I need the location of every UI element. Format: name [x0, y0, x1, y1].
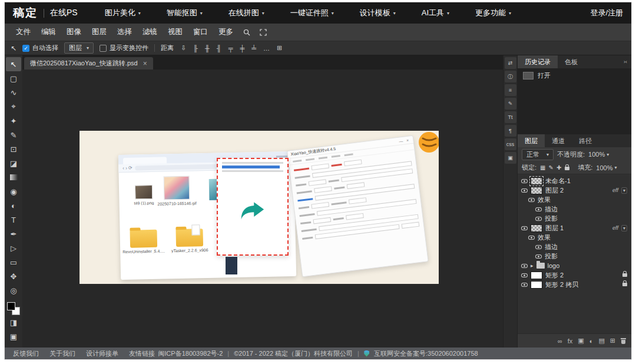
auto-select-checkbox[interactable]: ✓ 自动选择 [22, 44, 58, 52]
checkbox-checked-icon[interactable]: ✓ [22, 45, 29, 52]
document-tab[interactable]: 微信20250817XiaoYao_快速跳转.psd × [24, 57, 153, 70]
tab-close-icon[interactable]: × [143, 59, 147, 68]
dodge-tool[interactable]: ◐ [6, 198, 21, 213]
layer-row[interactable]: 投影 [518, 214, 631, 223]
fill-value[interactable]: 100% ▾ [596, 164, 617, 171]
align-bottom-icon[interactable]: ╧ [250, 45, 257, 52]
visibility-eye-icon[interactable] [528, 198, 535, 202]
layer-row[interactable]: 效果 [518, 195, 631, 204]
adjustment-layer-icon[interactable]: ◐ [589, 337, 594, 345]
align-left-icon[interactable]: ╟ [192, 45, 199, 52]
effects-caret-icon[interactable]: ▾ [621, 187, 627, 194]
artboard-image[interactable]: ‹ › ⟳ t49 (1).png 20250710-165146.gif [80, 131, 439, 284]
lock-paint-icon[interactable]: ✎ [549, 164, 554, 171]
show-transform-checkbox[interactable]: 显示变换控件 [100, 44, 148, 52]
tab-history[interactable]: 历史记录 [518, 55, 558, 68]
topnav-menu-3[interactable]: 在线拼图▾ [228, 8, 264, 18]
visibility-eye-icon[interactable] [521, 226, 528, 230]
distribute-icon[interactable]: ⇩ [180, 44, 187, 52]
footer-link-2[interactable]: 关于我们 [49, 349, 75, 358]
stamp-tool[interactable]: ⊡ [6, 142, 21, 156]
menu-item-8[interactable]: 窗口 [188, 27, 213, 37]
opacity-value[interactable]: 100% ▾ [588, 151, 609, 158]
magic-wand-tool[interactable]: ✦ [6, 114, 21, 128]
tab-paths[interactable]: 路径 [572, 134, 599, 147]
histogram-panel-icon[interactable]: ≡ [505, 84, 516, 96]
align-center-h-icon[interactable]: ╫ [204, 45, 211, 52]
brush-panel-icon[interactable]: ✎ [505, 98, 516, 110]
layer-row[interactable]: 未命名-1 [518, 176, 631, 186]
menu-item-1[interactable]: 文件 [11, 27, 36, 37]
zoom-tool[interactable]: ◎ [6, 283, 21, 297]
screen-mode-tool[interactable]: ▣ [6, 329, 21, 343]
grid-icon[interactable]: ⊞ [276, 44, 283, 52]
layer-row[interactable]: ▸logo [518, 261, 631, 270]
brush-tool[interactable]: ✎ [6, 128, 21, 142]
visibility-eye-icon[interactable] [521, 264, 528, 268]
layer-row[interactable]: 图层 2eff▾ [518, 186, 631, 195]
layer-row[interactable]: 效果 [518, 233, 631, 242]
lock-all-icon[interactable] [565, 167, 569, 170]
layer-row[interactable]: 描边 [518, 204, 631, 214]
visibility-eye-icon[interactable] [535, 254, 542, 259]
panel-collapse-icon[interactable]: ›‹ [620, 55, 631, 68]
lock-position-icon[interactable]: ✚ [556, 164, 561, 171]
visibility-eye-icon[interactable] [535, 245, 542, 249]
topnav-menu-2[interactable]: 智能抠图▾ [167, 8, 203, 18]
topnav-menu-7[interactable]: 更多功能▾ [475, 8, 511, 18]
lasso-tool[interactable]: ∿ [6, 85, 21, 100]
tab-channels[interactable]: 通道 [545, 134, 572, 147]
layer-row[interactable]: 投影 [518, 252, 631, 261]
tab-layers[interactable]: 图层 [518, 134, 545, 147]
marquee-tool[interactable]: ▢ [6, 71, 21, 85]
layer-group-icon[interactable]: ▤ [598, 337, 604, 345]
text-tool[interactable]: T [6, 213, 21, 227]
color-swatches[interactable] [7, 302, 20, 315]
checkbox-empty-icon[interactable] [100, 45, 107, 52]
move-tool[interactable]: ↖ [6, 57, 21, 71]
footer-link-1[interactable]: 反馈我们 [13, 349, 39, 358]
eraser-tool[interactable]: ◪ [6, 156, 21, 170]
visibility-eye-icon[interactable] [535, 217, 542, 221]
layer-row[interactable]: 图层 1eff▾ [518, 223, 631, 233]
info-panel-icon[interactable]: ⓘ [505, 71, 516, 82]
link-layers-icon[interactable]: ∞ [558, 337, 562, 345]
topnav-menu-1[interactable]: 图片美化▾ [105, 8, 141, 18]
align-right-icon[interactable]: ╢ [216, 45, 223, 52]
layer-mask-icon[interactable]: ▣ [578, 337, 584, 345]
topnav-menu-4[interactable]: 一键证件照▾ [290, 8, 334, 18]
lock-transparent-icon[interactable]: ▦ [540, 164, 545, 171]
layer-row[interactable]: 矩形 2 [518, 270, 631, 280]
blend-mode-select[interactable]: 正常 ▾ [522, 149, 554, 160]
layer-row[interactable]: 描边 [518, 242, 631, 252]
menu-item-7[interactable]: 视图 [163, 27, 188, 37]
logo[interactable]: 稿定 [13, 5, 38, 21]
foreground-color-swatch[interactable] [7, 302, 15, 310]
quick-mask-tool[interactable]: ◨ [6, 315, 21, 329]
new-layer-icon[interactable]: ⊞ [610, 337, 615, 345]
search-icon[interactable] [238, 29, 255, 36]
shape-tool[interactable]: ▭ [6, 255, 21, 269]
visibility-eye-icon[interactable] [535, 207, 542, 211]
topnav-menu-6[interactable]: AI工具▾ [422, 8, 449, 18]
group-expand-icon[interactable]: ▸ [531, 263, 534, 269]
canvas-area[interactable]: ‹ › ⟳ t49 (1).png 20250710-165146.gif [22, 70, 503, 348]
collapse-panels-icon[interactable]: ⇄ [505, 57, 516, 69]
history-item[interactable]: 打开 [518, 68, 631, 83]
visibility-eye-icon[interactable] [528, 236, 535, 240]
paragraph-panel-icon[interactable]: ¶ [505, 125, 516, 137]
menu-item-2[interactable]: 编辑 [36, 27, 61, 37]
footer-link-4[interactable]: 友情链接 [129, 349, 155, 358]
menu-item-5[interactable]: 选择 [112, 27, 137, 37]
path-select-tool[interactable]: ▷ [6, 241, 21, 255]
character-panel-icon[interactable]: Tt [505, 111, 516, 123]
blur-tool[interactable]: ◉ [6, 184, 21, 198]
align-middle-icon[interactable]: ╪ [238, 45, 246, 52]
security-text[interactable]: 互联网安全备案号:35020602001758 [374, 349, 478, 358]
visibility-eye-icon[interactable] [521, 179, 528, 183]
tab-swatches[interactable]: 色板 [558, 55, 585, 68]
menu-item-3[interactable]: 图像 [61, 27, 87, 37]
css-panel-icon[interactable]: css [505, 138, 516, 150]
menu-item-9[interactable]: 更多 [213, 27, 238, 37]
crop-tool[interactable]: ⌖ [6, 100, 21, 114]
